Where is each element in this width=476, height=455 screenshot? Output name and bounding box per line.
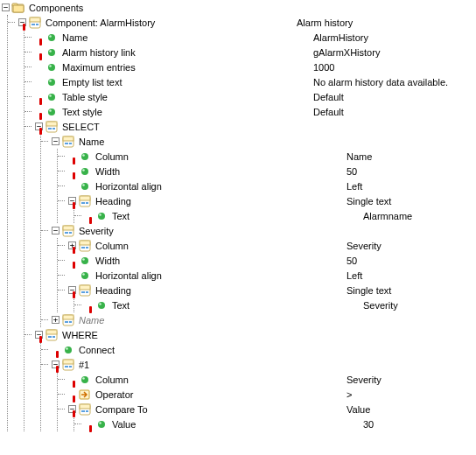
value: Left (346, 181, 362, 192)
tree-root: − Components − Component: AlarmHistory A… (0, 0, 476, 431)
prop-where-operator[interactable]: Operator > (66, 387, 476, 402)
label: Table style (62, 92, 111, 102)
label: Value (112, 419, 139, 430)
label: Empty list text (62, 77, 125, 88)
prop-text-style[interactable]: Text style Default (33, 104, 476, 119)
expand-toggle[interactable]: − (52, 137, 60, 145)
label: Text (112, 300, 133, 311)
property-sheet-icon (78, 402, 92, 416)
label: SELECT (62, 122, 103, 132)
property-sheet-icon (78, 194, 92, 208)
property-sheet-icon (61, 224, 75, 238)
value-icon (78, 373, 92, 387)
value: Default (313, 92, 344, 102)
value: AlarmHistory (313, 32, 368, 43)
value: Default (313, 107, 344, 117)
value: No alarm history data available. (313, 77, 448, 88)
value: Single text (346, 196, 391, 206)
value: Single text (346, 285, 391, 296)
node-select[interactable]: − SELECT (33, 119, 476, 134)
value-icon (45, 46, 59, 60)
value: Name (346, 151, 372, 162)
label: Name (62, 32, 91, 43)
value-icon (45, 90, 59, 104)
value-icon (78, 179, 92, 193)
prop-column[interactable]: Column Name (66, 149, 476, 164)
expand-toggle[interactable]: + (52, 316, 60, 324)
prop-alarm-history-link[interactable]: Alarm history link gAlarmXHistory (33, 45, 476, 60)
value: > (346, 389, 352, 400)
label: Alarm history link (62, 47, 139, 58)
label: Text (112, 211, 133, 221)
label: Compare To (95, 404, 151, 415)
expand-toggle[interactable]: − (2, 4, 10, 11)
value: 30 (363, 419, 374, 430)
property-sheet-icon (78, 284, 92, 298)
node-where[interactable]: − WHERE (33, 327, 476, 342)
prop-horizontal-align[interactable]: Horizontal align Left (66, 268, 476, 283)
value: Alarm history (297, 18, 353, 28)
value: Severity (363, 300, 398, 311)
value-icon (94, 298, 108, 312)
folder-icon (11, 1, 25, 15)
label: Horizontal align (95, 270, 165, 281)
property-sheet-icon (61, 135, 75, 149)
prop-width[interactable]: Width 50 (66, 164, 476, 178)
prop-where-column[interactable]: Column Severity (66, 372, 476, 387)
label: Column (95, 151, 132, 162)
label: Heading (95, 196, 135, 206)
select-column-name[interactable]: − Name (50, 134, 476, 149)
label: Operator (95, 389, 136, 400)
value: Alarmname (363, 211, 412, 221)
prop-name[interactable]: Name AlarmHistory (33, 30, 476, 45)
select-column-name-collapsed[interactable]: + Name (50, 312, 476, 327)
label: Text style (62, 107, 106, 117)
value: Left (346, 270, 362, 281)
label: Connect (79, 345, 118, 355)
label: #1 (79, 360, 93, 370)
node-components[interactable]: − Components (0, 0, 476, 15)
value: 50 (346, 166, 357, 177)
prop-heading[interactable]: − Heading Single text (66, 193, 476, 208)
label: WHERE (62, 330, 102, 340)
property-sheet-icon (45, 328, 59, 342)
label: Maximum entries (62, 62, 139, 73)
property-sheet-icon (45, 120, 59, 134)
prop-maximum-entries[interactable]: Maximum entries 1000 (33, 60, 476, 74)
property-sheet-icon (28, 16, 42, 30)
value-icon (78, 164, 92, 178)
value-icon (94, 209, 108, 223)
prop-width[interactable]: Width 50 (66, 253, 476, 268)
property-sheet-icon (61, 313, 75, 327)
prop-empty-list-text[interactable]: Empty list text No alarm history data av… (33, 74, 476, 89)
label: Heading (95, 285, 135, 296)
value-icon (61, 343, 75, 357)
expand-toggle[interactable]: − (52, 227, 60, 234)
label: Name (79, 315, 108, 326)
value-icon (45, 75, 59, 89)
label: Column (95, 374, 132, 385)
prop-where-compare-value[interactable]: Value 30 (83, 416, 476, 431)
prop-column[interactable]: + Column Severity (66, 238, 476, 253)
prop-heading[interactable]: − Heading Single text (66, 283, 476, 298)
value-icon (78, 254, 92, 268)
node-component[interactable]: − Component: AlarmHistory Alarm history (17, 15, 476, 30)
prop-table-style[interactable]: Table style Default (33, 89, 476, 104)
label: Component: AlarmHistory (46, 18, 158, 28)
value-icon (78, 150, 92, 164)
prop-horizontal-align[interactable]: Horizontal align Left (66, 178, 476, 193)
value: 1000 (313, 62, 334, 73)
select-column-severity[interactable]: − Severity (50, 223, 476, 238)
where-item-1[interactable]: − #1 (50, 357, 476, 372)
value: Severity (346, 241, 382, 251)
prop-where-compare[interactable]: − Compare To Value (66, 402, 476, 416)
value: 50 (346, 256, 357, 266)
prop-heading-text[interactable]: Text Severity (83, 298, 476, 312)
prop-connect[interactable]: Connect (50, 342, 476, 357)
value-icon (45, 60, 59, 74)
value: Value (346, 404, 370, 415)
label: Horizontal align (95, 181, 165, 192)
prop-heading-text[interactable]: Text Alarmname (83, 208, 476, 223)
label: Components (29, 3, 87, 13)
arrow-icon (78, 388, 92, 402)
